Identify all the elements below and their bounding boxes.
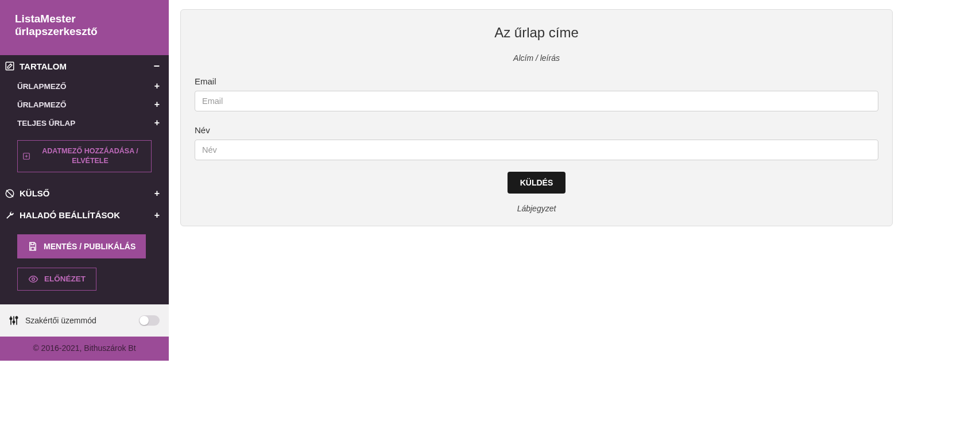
sliders-icon: [8, 315, 20, 326]
expert-mode-label: Szakértői üzemmód: [25, 316, 96, 325]
content-item-full-form[interactable]: TELJES ŰRLAP +: [0, 114, 169, 132]
content-item-label: ŰRLAPMEZŐ: [17, 82, 67, 91]
edit-square-icon: [5, 61, 15, 71]
preview-button[interactable]: ELŐNÉZET: [17, 268, 96, 291]
section-header-label: KÜLSŐ: [20, 188, 50, 198]
field-label: Név: [195, 125, 878, 135]
app-title: ListaMester űrlapszerkesztő: [0, 0, 169, 55]
globe-slash-icon: [5, 188, 15, 199]
content-item-label: ŰRLAPMEZŐ: [17, 101, 67, 109]
plus-icon: +: [154, 118, 160, 128]
plus-square-icon: [22, 152, 30, 160]
svg-point-3: [32, 278, 35, 281]
save-publish-button[interactable]: MENTÉS / PUBLIKÁLÁS: [17, 234, 146, 258]
preview-label: ELŐNÉZET: [44, 275, 86, 283]
canvas: Az űrlap címe Alcím / leírás Email Név K…: [169, 0, 980, 235]
form-card[interactable]: Az űrlap címe Alcím / leírás Email Név K…: [180, 9, 893, 226]
wrench-icon: [5, 210, 15, 221]
form-footnote[interactable]: Lábjegyzet: [195, 204, 878, 213]
svg-point-4: [10, 318, 11, 319]
expert-mode-toggle[interactable]: [139, 315, 160, 326]
add-remove-field-label: ADATMEZŐ HOZZÁADÁSA / ELVÉTELE: [34, 146, 146, 166]
section-header-appearance[interactable]: KÜLSŐ +: [0, 183, 169, 204]
form-field-email[interactable]: Email: [195, 76, 878, 111]
svg-point-6: [16, 316, 17, 318]
plus-icon: +: [154, 100, 160, 109]
section-header-content[interactable]: TARTALOM −: [0, 55, 169, 77]
section-header-advanced[interactable]: HALADÓ BEÁLLÍTÁSOK +: [0, 204, 169, 226]
field-label: Email: [195, 76, 878, 86]
expert-mode-row: Szakértői üzemmód: [0, 304, 169, 337]
minus-icon: −: [153, 61, 160, 71]
section-header-label: HALADÓ BEÁLLÍTÁSOK: [20, 210, 120, 220]
form-title[interactable]: Az űrlap címe: [195, 25, 878, 41]
content-item-formfield-2[interactable]: ŰRLAPMEZŐ +: [0, 95, 169, 114]
sidebar: ListaMester űrlapszerkesztő TARTALOM − Ű…: [0, 0, 169, 361]
svg-rect-0: [6, 62, 14, 70]
eye-icon: [28, 274, 38, 284]
submit-button[interactable]: KÜLDÉS: [508, 172, 566, 194]
content-item-formfield-1[interactable]: ŰRLAPMEZŐ +: [0, 77, 169, 95]
plus-icon: +: [154, 189, 160, 198]
svg-point-5: [13, 321, 14, 323]
name-input[interactable]: [195, 140, 878, 160]
add-remove-field-button[interactable]: ADATMEZŐ HOZZÁADÁSA / ELVÉTELE: [17, 140, 152, 172]
section-header-label: TARTALOM: [20, 61, 67, 71]
email-input[interactable]: [195, 91, 878, 111]
content-item-label: TELJES ŰRLAP: [17, 119, 75, 128]
copyright-text: © 2016-2021, Bithuszárok Bt: [0, 337, 169, 361]
plus-icon: +: [154, 82, 160, 91]
save-disk-icon: [28, 241, 38, 252]
plus-icon: +: [154, 211, 160, 220]
save-publish-label: MENTÉS / PUBLIKÁLÁS: [44, 242, 135, 251]
form-subtitle[interactable]: Alcím / leírás: [195, 53, 878, 63]
form-field-name[interactable]: Név: [195, 125, 878, 160]
